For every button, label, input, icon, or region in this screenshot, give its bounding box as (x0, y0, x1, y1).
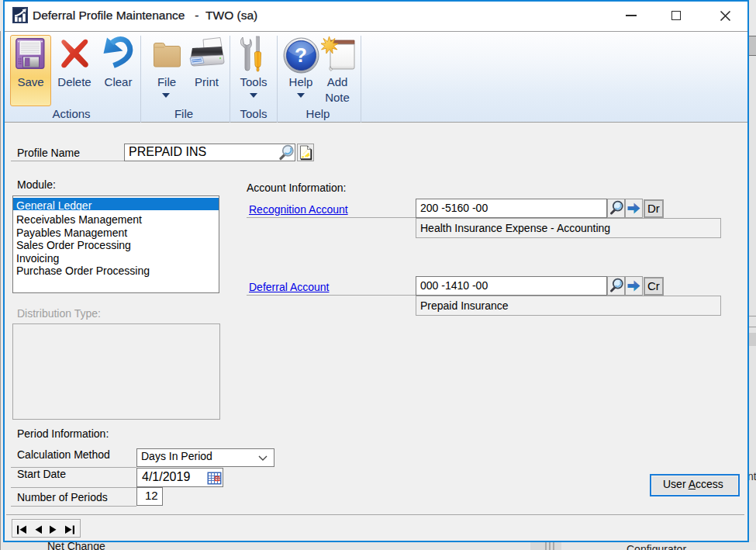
svg-text:?: ? (295, 43, 307, 67)
